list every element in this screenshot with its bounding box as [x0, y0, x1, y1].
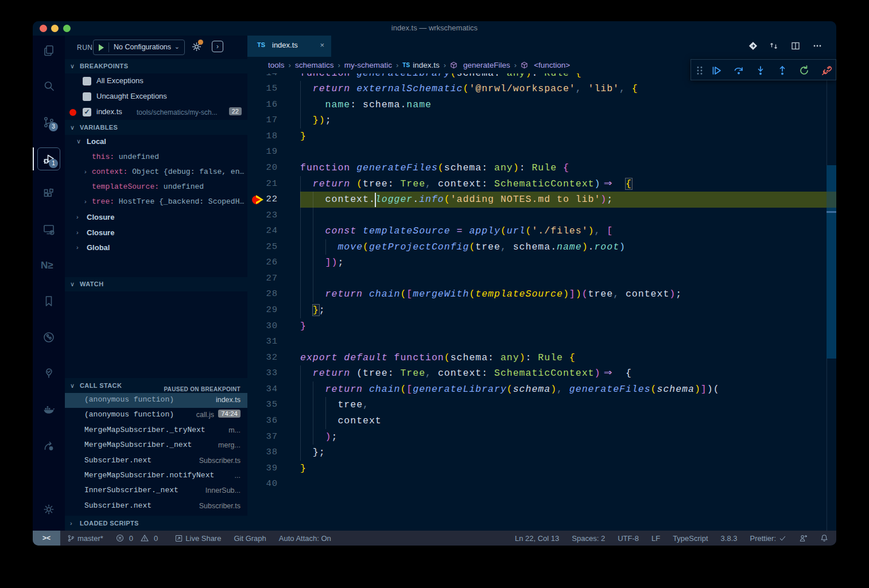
breadcrumb-generateFiles[interactable]: generateFiles: [450, 61, 510, 69]
status-eol[interactable]: LF: [651, 534, 660, 543]
status-indentation[interactable]: Spaces: 2: [572, 534, 605, 543]
status-git-branch[interactable]: master*: [67, 534, 103, 543]
run-config-dropdown[interactable]: No Configurations⌄: [93, 40, 185, 55]
compare-changes-icon[interactable]: [769, 41, 779, 51]
section-watch[interactable]: ∨WATCH: [65, 277, 247, 291]
code-line-18[interactable]: 18}: [247, 128, 836, 145]
code-line-21[interactable]: 21 return (tree: Tree, context: Schemati…: [247, 176, 836, 192]
breadcrumb-function[interactable]: <function>: [521, 61, 570, 69]
section-call-stack[interactable]: ∨CALL STACKPAUSED ON BREAKPOINT: [65, 378, 247, 393]
code-line-36[interactable]: 36 context: [247, 413, 836, 429]
code-line-29[interactable]: 29 };: [247, 302, 836, 318]
status-cursor-position[interactable]: Ln 22, Col 13: [515, 534, 559, 543]
status-feedback[interactable]: [799, 534, 808, 543]
activity-remote-explorer[interactable]: [33, 216, 65, 243]
variable-row[interactable]: templateSource: undefined: [65, 180, 247, 195]
scope-local[interactable]: ∨Local: [65, 135, 247, 150]
breakpoint-row[interactable]: Uncaught Exceptions: [65, 89, 247, 104]
status-prettier[interactable]: Prettier:: [750, 534, 786, 543]
breadcrumb-indexts[interactable]: TSindex.ts: [402, 61, 439, 69]
code-line-40[interactable]: 40: [247, 476, 836, 492]
split-editor-icon[interactable]: [790, 41, 801, 51]
breakpoint-checkbox[interactable]: ✓: [83, 108, 91, 116]
status-problems[interactable]: 00: [116, 534, 162, 543]
code-line-39[interactable]: 39}: [247, 461, 836, 477]
breakpoint-checkbox[interactable]: [83, 92, 91, 101]
code-line-33[interactable]: 33 return (tree: Tree, context: Schemati…: [247, 365, 836, 381]
breakpoint-row[interactable]: All Exceptions: [65, 73, 247, 89]
code-line-23[interactable]: 23: [247, 208, 836, 224]
callstack-frame[interactable]: (anonymous function)index.ts: [65, 393, 247, 408]
editor[interactable]: 14function generateLibrary(schema: any):…: [247, 36, 836, 531]
run-play-icon[interactable]: [99, 44, 104, 51]
activity-run-debug[interactable]: 1: [33, 145, 65, 173]
scope-global-2[interactable]: ›Global: [65, 241, 247, 256]
code-line-26[interactable]: 26 ]);: [247, 255, 836, 271]
callstack-frame[interactable]: MergeMapSubscriber._nextmerg...: [65, 438, 247, 453]
callstack-frame[interactable]: Subscriber.nextSubscriber.ts: [65, 499, 247, 514]
scope-closure-1[interactable]: ›Closure: [65, 226, 247, 241]
continue-button[interactable]: [711, 65, 722, 76]
step-over-button[interactable]: [733, 65, 744, 76]
tab-index-ts[interactable]: TSindex.ts×: [247, 36, 331, 57]
status-git-graph[interactable]: Git Graph: [234, 534, 266, 543]
restart-button[interactable]: [798, 65, 810, 76]
code-line-32[interactable]: 32export default function(schema: any): …: [247, 350, 836, 366]
activity-extensions[interactable]: [33, 180, 65, 208]
tab-close-icon[interactable]: ×: [320, 41, 324, 49]
status-ts-version[interactable]: 3.8.3: [721, 534, 738, 543]
breadcrumb-myschematic[interactable]: my-schematic: [344, 61, 392, 69]
activity-gitlens[interactable]: [33, 324, 65, 351]
status-language[interactable]: TypeScript: [673, 534, 708, 543]
activity-live-share[interactable]: [33, 432, 65, 460]
activity-nx-console[interactable]: N≥: [33, 252, 65, 279]
code-line-34[interactable]: 34 return chain([generateLibrary(schema)…: [247, 381, 836, 398]
breadcrumb-schematics[interactable]: schematics: [295, 61, 334, 69]
section-variables[interactable]: ∨VARIABLES: [65, 120, 247, 135]
more-actions-icon[interactable]: [812, 41, 823, 51]
scope-closure-0[interactable]: ›Closure: [65, 211, 247, 225]
code-line-31[interactable]: 31: [247, 334, 836, 350]
open-debug-console-button[interactable]: ›: [212, 41, 223, 52]
breadcrumb-tools[interactable]: tools: [268, 61, 285, 69]
activity-files[interactable]: [33, 37, 65, 64]
breakpoint-row[interactable]: ✓index.tstools/schematics/my-sch...22: [65, 104, 247, 120]
callstack-frame[interactable]: InnerSubscriber._nextInnerSub...: [65, 484, 247, 499]
breakpoint-checkbox[interactable]: [83, 77, 91, 85]
activity-settings[interactable]: [33, 496, 65, 523]
remote-indicator[interactable]: ><: [33, 531, 60, 546]
code-line-15[interactable]: 15 return externalSchematic('@nrwl/works…: [247, 81, 836, 97]
callstack-frame[interactable]: Subscriber.nextSubscriber.ts: [65, 454, 247, 469]
code-line-28[interactable]: 28 return chain([mergeWith(templateSourc…: [247, 286, 836, 302]
status-auto-attach[interactable]: Auto Attach: On: [279, 534, 331, 543]
debug-settings-gear[interactable]: [191, 41, 204, 54]
step-out-button[interactable]: [777, 65, 788, 76]
status-live-share[interactable]: Live Share: [175, 534, 221, 543]
code-line-24[interactable]: 24 const templateSource = apply(url('./f…: [247, 223, 836, 239]
callstack-frame[interactable]: MergeMapSubscriber.notifyNext...: [65, 469, 247, 484]
code-line-19[interactable]: 19: [247, 144, 836, 160]
disconnect-button[interactable]: [821, 65, 832, 76]
code-line-20[interactable]: 20function generateFiles(schema: any): R…: [247, 160, 836, 176]
code-line-22[interactable]: 22 context.logger.info('adding NOTES.md …: [247, 192, 836, 208]
activity-search[interactable]: [33, 72, 65, 100]
section-loaded-scripts[interactable]: ›LOADED SCRIPTS: [65, 516, 247, 531]
activity-source-control[interactable]: 3: [33, 108, 65, 136]
open-changes-icon[interactable]: [748, 41, 758, 51]
activity-testing[interactable]: [33, 359, 65, 387]
variable-row[interactable]: ›tree: HostTree {_backend: ScopedH…: [65, 195, 247, 210]
activity-docker[interactable]: [33, 395, 65, 423]
variable-row[interactable]: ›context: Object {debug: false, en…: [65, 165, 247, 180]
step-into-button[interactable]: [755, 65, 766, 76]
code-line-17[interactable]: 17 });: [247, 112, 836, 128]
code-line-25[interactable]: 25 move(getProjectConfig(tree, schema.na…: [247, 239, 836, 255]
status-encoding[interactable]: UTF-8: [618, 534, 639, 543]
callstack-frame[interactable]: MergeMapSubscriber._tryNextm...: [65, 423, 247, 438]
callstack-frame[interactable]: (anonymous function)74:24call.js: [65, 408, 247, 423]
status-notifications[interactable]: [820, 534, 828, 542]
variable-row[interactable]: this: undefined: [65, 150, 247, 165]
code-line-38[interactable]: 38 };: [247, 445, 836, 461]
code-line-35[interactable]: 35 tree,: [247, 397, 836, 413]
activity-bookmarks[interactable]: [33, 287, 65, 315]
code-line-30[interactable]: 30}: [247, 318, 836, 334]
